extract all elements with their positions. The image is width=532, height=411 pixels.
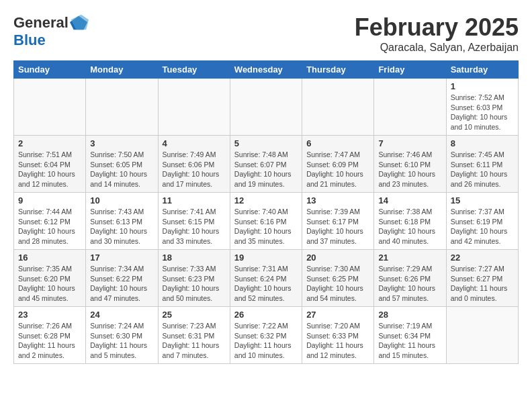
- calendar-cell: 19Sunrise: 7:31 AM Sunset: 6:24 PM Dayli…: [230, 250, 302, 307]
- calendar-cell: 18Sunrise: 7:33 AM Sunset: 6:23 PM Dayli…: [158, 250, 230, 307]
- day-info: Sunrise: 7:45 AM Sunset: 6:11 PM Dayligh…: [451, 150, 514, 189]
- calendar-week-row: 9Sunrise: 7:44 AM Sunset: 6:12 PM Daylig…: [14, 193, 519, 250]
- logo: General Blue: [13, 13, 89, 48]
- calendar-cell: 27Sunrise: 7:20 AM Sunset: 6:33 PM Dayli…: [302, 307, 374, 364]
- calendar-week-row: 23Sunrise: 7:26 AM Sunset: 6:28 PM Dayli…: [14, 307, 519, 364]
- day-number: 19: [234, 253, 298, 263]
- calendar-cell: 25Sunrise: 7:23 AM Sunset: 6:31 PM Dayli…: [158, 307, 230, 364]
- calendar-cell: 8Sunrise: 7:45 AM Sunset: 6:11 PM Daylig…: [446, 136, 518, 193]
- calendar-cell: [158, 79, 230, 136]
- day-number: 26: [234, 310, 298, 320]
- day-info: Sunrise: 7:31 AM Sunset: 6:24 PM Dayligh…: [234, 264, 298, 304]
- day-info: Sunrise: 7:39 AM Sunset: 6:17 PM Dayligh…: [306, 207, 369, 246]
- day-number: 24: [90, 310, 153, 320]
- day-number: 23: [18, 310, 81, 320]
- calendar-cell: 22Sunrise: 7:27 AM Sunset: 6:27 PM Dayli…: [446, 250, 518, 307]
- day-number: 6: [306, 138, 369, 148]
- day-info: Sunrise: 7:19 AM Sunset: 6:34 PM Dayligh…: [378, 321, 441, 361]
- day-number: 9: [18, 195, 81, 205]
- calendar-cell: 5Sunrise: 7:48 AM Sunset: 6:07 PM Daylig…: [230, 136, 302, 193]
- calendar-cell: [446, 307, 518, 364]
- calendar-cell: 17Sunrise: 7:34 AM Sunset: 6:22 PM Dayli…: [86, 250, 158, 307]
- day-info: Sunrise: 7:46 AM Sunset: 6:10 PM Dayligh…: [378, 150, 441, 189]
- calendar-cell: 3Sunrise: 7:50 AM Sunset: 6:05 PM Daylig…: [86, 136, 158, 193]
- calendar-cell: 12Sunrise: 7:40 AM Sunset: 6:16 PM Dayli…: [230, 193, 302, 250]
- day-info: Sunrise: 7:44 AM Sunset: 6:12 PM Dayligh…: [18, 207, 81, 246]
- day-number: 16: [18, 253, 81, 263]
- day-info: Sunrise: 7:51 AM Sunset: 6:04 PM Dayligh…: [18, 150, 81, 189]
- logo-blue: Blue: [13, 32, 46, 48]
- calendar-week-row: 16Sunrise: 7:35 AM Sunset: 6:20 PM Dayli…: [14, 250, 519, 307]
- day-number: 12: [234, 195, 298, 205]
- calendar-cell: 26Sunrise: 7:22 AM Sunset: 6:32 PM Dayli…: [230, 307, 302, 364]
- day-info: Sunrise: 7:50 AM Sunset: 6:05 PM Dayligh…: [90, 150, 153, 189]
- day-number: 22: [451, 253, 514, 263]
- weekday-header-monday: Monday: [86, 61, 158, 79]
- calendar-cell: [86, 79, 158, 136]
- day-info: Sunrise: 7:48 AM Sunset: 6:07 PM Dayligh…: [234, 150, 298, 189]
- logo-icon: [70, 13, 89, 32]
- day-number: 13: [306, 195, 369, 205]
- day-info: Sunrise: 7:26 AM Sunset: 6:28 PM Dayligh…: [18, 321, 81, 361]
- day-info: Sunrise: 7:49 AM Sunset: 6:06 PM Dayligh…: [163, 150, 226, 189]
- calendar-week-row: 1Sunrise: 7:52 AM Sunset: 6:03 PM Daylig…: [14, 79, 519, 136]
- day-number: 3: [90, 138, 153, 148]
- day-info: Sunrise: 7:30 AM Sunset: 6:25 PM Dayligh…: [306, 264, 369, 304]
- calendar-cell: 2Sunrise: 7:51 AM Sunset: 6:04 PM Daylig…: [14, 136, 86, 193]
- weekday-header-saturday: Saturday: [446, 61, 518, 79]
- day-number: 2: [18, 138, 81, 148]
- day-info: Sunrise: 7:20 AM Sunset: 6:33 PM Dayligh…: [306, 321, 369, 361]
- day-number: 14: [378, 195, 441, 205]
- weekday-header-friday: Friday: [374, 61, 446, 79]
- day-info: Sunrise: 7:35 AM Sunset: 6:20 PM Dayligh…: [18, 264, 81, 304]
- day-number: 27: [306, 310, 369, 320]
- weekday-header-tuesday: Tuesday: [158, 61, 230, 79]
- day-info: Sunrise: 7:24 AM Sunset: 6:30 PM Dayligh…: [90, 321, 153, 361]
- calendar-cell: 15Sunrise: 7:37 AM Sunset: 6:19 PM Dayli…: [446, 193, 518, 250]
- calendar-table: SundayMondayTuesdayWednesdayThursdayFrid…: [13, 60, 519, 364]
- calendar-cell: 1Sunrise: 7:52 AM Sunset: 6:03 PM Daylig…: [446, 79, 518, 136]
- day-info: Sunrise: 7:27 AM Sunset: 6:27 PM Dayligh…: [451, 264, 514, 304]
- day-info: Sunrise: 7:33 AM Sunset: 6:23 PM Dayligh…: [163, 264, 226, 304]
- day-info: Sunrise: 7:29 AM Sunset: 6:26 PM Dayligh…: [378, 264, 441, 304]
- page-header: General Blue February 2025 Qaracala, Sal…: [13, 13, 519, 54]
- calendar-cell: [374, 79, 446, 136]
- calendar-cell: 13Sunrise: 7:39 AM Sunset: 6:17 PM Dayli…: [302, 193, 374, 250]
- title-block: February 2025 Qaracala, Salyan, Azerbaij…: [355, 13, 519, 54]
- calendar-cell: 4Sunrise: 7:49 AM Sunset: 6:06 PM Daylig…: [158, 136, 230, 193]
- calendar-cell: 6Sunrise: 7:47 AM Sunset: 6:09 PM Daylig…: [302, 136, 374, 193]
- calendar-cell: 11Sunrise: 7:41 AM Sunset: 6:15 PM Dayli…: [158, 193, 230, 250]
- day-number: 25: [163, 310, 226, 320]
- day-number: 15: [451, 195, 514, 205]
- day-info: Sunrise: 7:47 AM Sunset: 6:09 PM Dayligh…: [306, 150, 369, 189]
- calendar-cell: 10Sunrise: 7:43 AM Sunset: 6:13 PM Dayli…: [86, 193, 158, 250]
- day-number: 8: [451, 138, 514, 148]
- day-number: 1: [451, 81, 514, 91]
- day-info: Sunrise: 7:41 AM Sunset: 6:15 PM Dayligh…: [163, 207, 226, 246]
- day-number: 10: [90, 195, 153, 205]
- calendar-cell: [230, 79, 302, 136]
- logo-general: General: [13, 15, 69, 31]
- day-number: 20: [306, 253, 369, 263]
- calendar-cell: [302, 79, 374, 136]
- calendar-cell: 28Sunrise: 7:19 AM Sunset: 6:34 PM Dayli…: [374, 307, 446, 364]
- calendar-cell: 16Sunrise: 7:35 AM Sunset: 6:20 PM Dayli…: [14, 250, 86, 307]
- day-number: 7: [378, 138, 441, 148]
- calendar-cell: 9Sunrise: 7:44 AM Sunset: 6:12 PM Daylig…: [14, 193, 86, 250]
- calendar-cell: 23Sunrise: 7:26 AM Sunset: 6:28 PM Dayli…: [14, 307, 86, 364]
- day-number: 18: [163, 253, 226, 263]
- day-info: Sunrise: 7:37 AM Sunset: 6:19 PM Dayligh…: [451, 207, 514, 246]
- calendar-cell: 7Sunrise: 7:46 AM Sunset: 6:10 PM Daylig…: [374, 136, 446, 193]
- weekday-header-wednesday: Wednesday: [230, 61, 302, 79]
- day-info: Sunrise: 7:38 AM Sunset: 6:18 PM Dayligh…: [378, 207, 441, 246]
- day-number: 5: [234, 138, 298, 148]
- day-number: 17: [90, 253, 153, 263]
- day-info: Sunrise: 7:23 AM Sunset: 6:31 PM Dayligh…: [163, 321, 226, 361]
- day-number: 11: [163, 195, 226, 205]
- calendar-cell: 21Sunrise: 7:29 AM Sunset: 6:26 PM Dayli…: [374, 250, 446, 307]
- day-info: Sunrise: 7:22 AM Sunset: 6:32 PM Dayligh…: [234, 321, 298, 361]
- day-number: 4: [163, 138, 226, 148]
- month-title: February 2025: [355, 13, 519, 42]
- location: Qaracala, Salyan, Azerbaijan: [355, 42, 519, 54]
- day-info: Sunrise: 7:40 AM Sunset: 6:16 PM Dayligh…: [234, 207, 298, 246]
